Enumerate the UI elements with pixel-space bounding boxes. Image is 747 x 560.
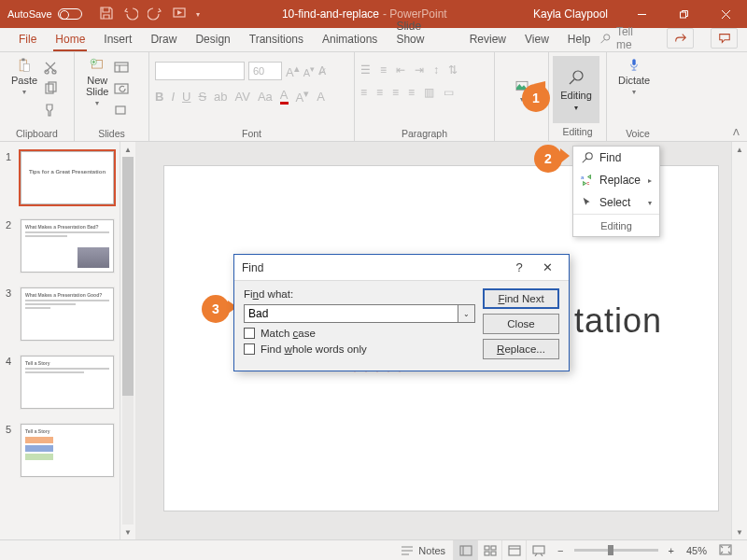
qat-customize-icon[interactable]: ▾ [196, 10, 200, 19]
thumbnail-1[interactable]: 1 Tips for a Great Presentation [6, 151, 114, 204]
bold-icon[interactable]: B [155, 90, 163, 104]
decrease-font-icon[interactable]: A▾ [303, 63, 315, 78]
bullets-icon[interactable]: ☰ [360, 63, 371, 77]
editing-dropdown-button[interactable]: Editing ▾ [553, 56, 599, 123]
section-icon[interactable] [114, 103, 129, 120]
find-what-input[interactable] [244, 304, 458, 323]
indent-inc-icon[interactable]: ⇥ [415, 63, 424, 77]
zoom-slider[interactable] [574, 549, 658, 552]
scroll-down-icon[interactable]: ▼ [120, 525, 135, 539]
dialog-close-button[interactable]: ✕ [533, 260, 561, 274]
scroll-up-icon[interactable]: ▲ [732, 142, 747, 157]
font-size-select[interactable]: 60 [248, 62, 282, 80]
strike-icon[interactable]: S [198, 90, 206, 104]
shadow-icon[interactable]: ab [214, 90, 227, 104]
find-next-button[interactable]: Find Next [483, 288, 559, 309]
new-slide-button[interactable]: New Slide▾ [80, 56, 114, 109]
slide-number: 4 [6, 356, 15, 409]
zoom-level[interactable]: 45% [686, 545, 707, 556]
tab-help[interactable]: Help [558, 29, 600, 51]
group-label-editing: Editing [553, 123, 602, 139]
tab-view[interactable]: View [515, 29, 558, 51]
reset-icon[interactable] [114, 81, 129, 99]
justify-icon[interactable]: ≡ [408, 86, 415, 99]
font-face-select[interactable] [155, 62, 245, 80]
menu-find[interactable]: Find [573, 147, 659, 169]
canvas-scrollbar[interactable]: ▲ ▼ [731, 142, 747, 539]
italic-icon[interactable]: I [171, 90, 175, 104]
clear-formatting-icon[interactable]: A̷ [318, 64, 326, 77]
thumbnail-4[interactable]: 4 Tell a Story [6, 356, 114, 409]
align-right-icon[interactable]: ≡ [392, 86, 399, 99]
thumbnail-5[interactable]: 5 Tell a Story [6, 424, 114, 477]
comments-button[interactable] [711, 28, 738, 49]
close-dialog-button[interactable]: Close [483, 314, 559, 334]
tab-draw[interactable]: Draw [141, 29, 186, 51]
user-name[interactable]: Kayla Claypool [520, 7, 621, 21]
text-direction-icon[interactable]: ⇅ [448, 63, 458, 77]
layout-icon[interactable] [114, 60, 129, 77]
menu-replace[interactable]: ac Replace ▸ [573, 169, 659, 191]
tab-slideshow[interactable]: Slide Show [387, 16, 459, 51]
menu-select[interactable]: Select ▾ [573, 191, 659, 214]
close-button[interactable] [705, 0, 747, 28]
change-case-icon[interactable]: Aa [258, 90, 273, 104]
cut-icon[interactable] [43, 60, 58, 77]
save-icon[interactable] [99, 6, 114, 23]
line-spacing-icon[interactable]: ↕ [433, 63, 439, 77]
undo-icon[interactable] [123, 6, 138, 23]
start-from-beginning-icon[interactable] [172, 6, 187, 23]
indent-dec-icon[interactable]: ⇤ [396, 63, 405, 77]
font-grow-icon[interactable]: A [317, 90, 325, 104]
dictate-button[interactable]: Dictate▾ [613, 56, 655, 98]
tell-me-search[interactable]: Tell me [599, 25, 650, 51]
dialog-titlebar[interactable]: Find ? ✕ [234, 255, 569, 281]
share-button[interactable] [667, 28, 694, 49]
scroll-down-icon[interactable]: ▼ [732, 525, 747, 539]
collapse-ribbon-icon[interactable]: ᐱ [733, 127, 740, 137]
tab-design[interactable]: Design [186, 29, 239, 51]
notes-button[interactable]: Notes [393, 545, 453, 556]
zoom-in-button[interactable]: + [669, 545, 674, 556]
underline-icon[interactable]: U [182, 90, 190, 104]
smartart-icon[interactable]: ▭ [444, 86, 454, 99]
columns-icon[interactable]: ▥ [424, 86, 434, 99]
thumbnail-2[interactable]: 2 What Makes a Presentation Bad? [6, 219, 114, 273]
numbering-icon[interactable]: ≡ [380, 63, 387, 77]
fit-to-window-button[interactable] [719, 544, 732, 557]
thumbnail-3[interactable]: 3 What Makes a Presentation Good? [6, 287, 114, 341]
reading-view-button[interactable] [501, 540, 526, 561]
align-left-icon[interactable]: ≡ [360, 86, 367, 99]
sorter-view-button[interactable] [477, 540, 501, 561]
match-case-checkbox[interactable]: Match case [244, 328, 475, 339]
restore-button[interactable] [663, 0, 705, 28]
highlight-icon[interactable]: A▾ [296, 88, 310, 105]
tab-animations[interactable]: Animations [313, 29, 387, 51]
increase-font-icon[interactable]: A▴ [286, 63, 300, 79]
tab-transitions[interactable]: Transitions [240, 29, 313, 51]
spacing-icon[interactable]: AV [235, 90, 250, 104]
autosave-toggle[interactable]: AutoSave [0, 8, 90, 20]
thumbnails-scrollbar[interactable]: ▲ ▼ [120, 142, 135, 539]
scroll-up-icon[interactable]: ▲ [120, 142, 135, 157]
find-history-dropdown[interactable]: ⌄ [458, 304, 475, 323]
font-color-icon[interactable]: A [280, 88, 289, 105]
svg-rect-21 [460, 546, 472, 555]
copy-icon[interactable] [43, 81, 58, 99]
tab-home[interactable]: Home [46, 29, 94, 51]
dialog-help-button[interactable]: ? [505, 260, 533, 274]
tab-insert[interactable]: Insert [94, 29, 141, 51]
whole-words-checkbox[interactable]: Find whole words only [244, 343, 475, 355]
slideshow-view-button[interactable] [526, 540, 550, 561]
paste-button[interactable]: Paste▾ [6, 56, 43, 98]
minimize-button[interactable] [621, 0, 663, 28]
tab-review[interactable]: Review [460, 29, 515, 51]
zoom-out-button[interactable]: − [557, 545, 563, 556]
align-center-icon[interactable]: ≡ [376, 86, 383, 99]
replace-button[interactable]: Replace... [483, 339, 559, 359]
format-painter-icon[interactable] [43, 103, 58, 120]
normal-view-button[interactable] [453, 540, 477, 561]
redo-icon[interactable] [148, 6, 162, 23]
tab-file[interactable]: File [9, 29, 46, 51]
autosave-switch-icon [58, 8, 82, 20]
